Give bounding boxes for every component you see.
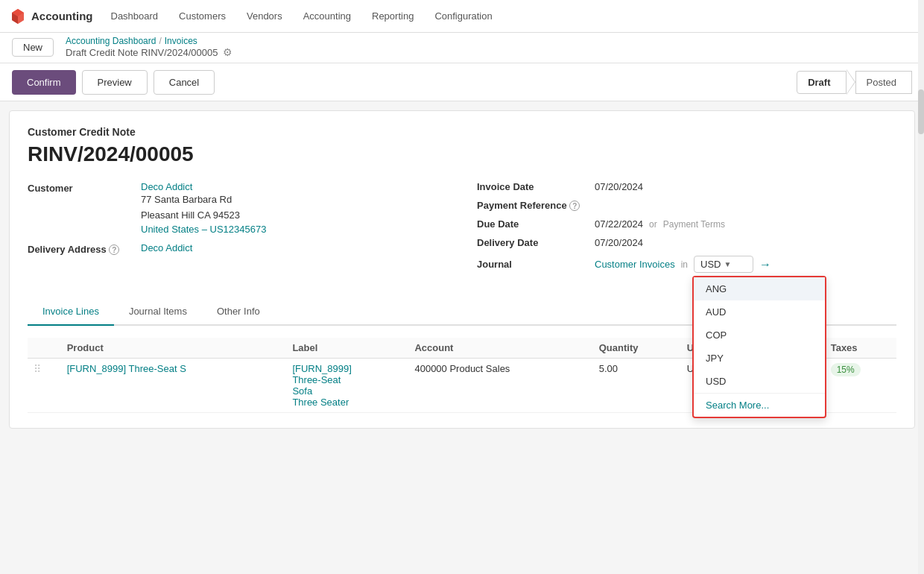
form-grid: Customer Deco Addict 77 Santa Barbara Rd… [28, 181, 896, 280]
customer-label: Customer [28, 181, 132, 194]
col-quantity: Quantity [593, 338, 681, 359]
delivery-date-row: Delivery Date 07/20/2024 [477, 237, 896, 248]
label-line2: Three-Seat [292, 374, 402, 385]
customer-address: 77 Santa Barbara Rd [141, 192, 266, 208]
status-draft[interactable]: Draft [797, 71, 846, 94]
journal-label: Journal [477, 259, 589, 270]
nav-reporting[interactable]: Reporting [363, 6, 423, 26]
confirm-button[interactable]: Confirm [12, 70, 76, 95]
row-label: [FURN_8999] Three-Seat Sofa Three Seater [286, 359, 408, 413]
invoice-date-row: Invoice Date 07/20/2024 [477, 181, 896, 192]
breadcrumb-sep1: / [159, 36, 161, 46]
due-or-text: or [649, 219, 657, 230]
payment-terms-label[interactable]: Payment Terms [663, 219, 725, 230]
currency-option-jpy[interactable]: JPY [694, 347, 825, 370]
top-nav: Accounting Dashboard Customers Vendors A… [0, 0, 924, 33]
delivery-address-row: Delivery Address ? Deco Addict [28, 242, 447, 255]
product-link[interactable]: [FURN_8999] Three-Seat S [67, 363, 186, 374]
new-button[interactable]: New [12, 38, 54, 57]
scrollbar[interactable] [918, 0, 924, 438]
delivery-address-value: Deco Addict [141, 242, 192, 253]
breadcrumb: Accounting Dashboard / Invoices Draft Cr… [66, 36, 232, 58]
currency-option-aud[interactable]: AUD [694, 300, 825, 324]
journal-link[interactable]: Customer Invoices [595, 259, 675, 270]
tab-other-info[interactable]: Other Info [202, 298, 275, 326]
document-type: Customer Credit Note [28, 126, 896, 138]
nav-dashboard[interactable]: Dashboard [102, 6, 168, 26]
label-line1: [FURN_8999] [292, 363, 402, 374]
col-drag [28, 338, 61, 359]
drag-icon: ⠿ [34, 363, 41, 375]
scrollbar-thumb[interactable] [918, 89, 924, 134]
breadcrumb-current: Draft Credit Note RINV/2024/00005 [66, 47, 218, 58]
currency-value: USD [700, 259, 721, 270]
nav-vendors[interactable]: Vendors [238, 6, 291, 26]
status-pipeline: Draft Posted [797, 69, 912, 95]
breadcrumb-bar: New Accounting Dashboard / Invoices Draf… [0, 33, 924, 63]
delivery-date-label: Delivery Date [477, 237, 589, 248]
document-number: RINV/2024/00005 [28, 142, 896, 166]
payment-ref-label: Payment Reference ? [477, 200, 589, 211]
delivery-date-value[interactable]: 07/20/2024 [595, 237, 643, 248]
customer-city: Pleasant Hill CA 94523 [141, 208, 266, 224]
status-posted[interactable]: Posted [855, 71, 912, 94]
due-date-row: Due Date 07/22/2024 or Payment Terms [477, 218, 896, 230]
invoice-date-value[interactable]: 07/20/2024 [595, 181, 643, 192]
customer-name[interactable]: Deco Addict [141, 181, 266, 192]
cancel-button[interactable]: Cancel [154, 70, 215, 95]
nav-brand: Accounting [31, 10, 93, 22]
payment-ref-row: Payment Reference ? [477, 200, 896, 211]
logo-icon [9, 7, 27, 25]
col-taxes: Taxes [825, 338, 896, 359]
row-account[interactable]: 400000 Product Sales [408, 359, 592, 413]
tax-badge[interactable]: 15% [831, 363, 861, 376]
row-quantity[interactable]: 5.00 [593, 359, 681, 413]
delivery-label: Delivery Address ? [28, 242, 132, 255]
right-fields: Invoice Date 07/20/2024 Payment Referenc… [477, 181, 896, 280]
delivery-tooltip-icon[interactable]: ? [109, 245, 119, 255]
col-account: Account [408, 338, 592, 359]
row-product: [FURN_8999] Three-Seat S [61, 359, 287, 413]
label-line3: Sofa [292, 385, 402, 397]
customer-field-row: Customer Deco Addict 77 Santa Barbara Rd… [28, 181, 447, 235]
label-line4: Three Seater [292, 397, 402, 408]
left-fields: Customer Deco Addict 77 Santa Barbara Rd… [28, 181, 447, 280]
tab-invoice-lines[interactable]: Invoice Lines [28, 298, 114, 326]
row-drag-handle[interactable]: ⠿ [28, 359, 61, 413]
nav-accounting[interactable]: Accounting [294, 6, 360, 26]
currency-option-cop[interactable]: COP [694, 324, 825, 347]
app-logo[interactable]: Accounting [9, 7, 93, 25]
currency-dropdown: ANG AUD COP JPY USD Search More... [692, 276, 826, 418]
main-content: Customer Credit Note RINV/2024/00005 Cus… [9, 110, 915, 429]
currency-select[interactable]: USD ▼ [694, 256, 753, 273]
nav-configuration[interactable]: Configuration [425, 6, 501, 26]
delivery-address-link[interactable]: Deco Addict [141, 242, 192, 253]
breadcrumb-accounting-dashboard[interactable]: Accounting Dashboard [66, 36, 156, 46]
invoice-date-label: Invoice Date [477, 181, 589, 192]
action-buttons: Confirm Preview Cancel [12, 70, 215, 95]
row-taxes: 15% [825, 359, 896, 413]
customer-country[interactable]: United States – US12345673 [141, 224, 266, 235]
currency-option-usd[interactable]: USD [694, 370, 825, 393]
status-arrow-1 [847, 69, 855, 95]
due-date-label: Due Date [477, 218, 589, 230]
preview-button[interactable]: Preview [82, 70, 148, 95]
journal-value-row: Customer Invoices in USD ▼ ANG AUD COP J… [595, 256, 771, 273]
journal-in-text: in [681, 259, 688, 270]
action-bar: Confirm Preview Cancel Draft Posted [0, 63, 924, 101]
currency-nav-arrow[interactable]: → [759, 258, 771, 271]
breadcrumb-invoices[interactable]: Invoices [165, 36, 197, 46]
currency-search-more[interactable]: Search More... [694, 393, 825, 417]
journal-row: Journal Customer Invoices in USD ▼ ANG A… [477, 256, 896, 273]
settings-icon[interactable]: ⚙ [223, 46, 232, 58]
col-product: Product [61, 338, 287, 359]
payment-ref-tooltip-icon[interactable]: ? [569, 201, 580, 211]
currency-dropdown-arrow: ▼ [724, 260, 731, 268]
customer-value: Deco Addict 77 Santa Barbara Rd Pleasant… [141, 181, 266, 235]
currency-option-ang[interactable]: ANG [694, 277, 825, 300]
nav-customers[interactable]: Customers [170, 6, 235, 26]
tab-journal-items[interactable]: Journal Items [114, 298, 202, 326]
col-label: Label [286, 338, 408, 359]
due-date-value[interactable]: 07/22/2024 [595, 218, 643, 230]
currency-dropdown-wrapper: USD ▼ ANG AUD COP JPY USD Search More... [694, 256, 753, 273]
